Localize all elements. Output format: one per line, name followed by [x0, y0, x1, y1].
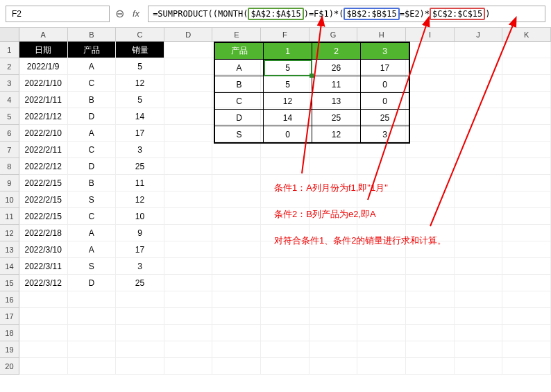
row-header[interactable]: 19: [0, 341, 19, 358]
row-header[interactable]: 4: [0, 92, 19, 108]
row-header[interactable]: 11: [0, 208, 19, 225]
cell[interactable]: [406, 42, 455, 58]
summary-cell[interactable]: 14: [264, 110, 312, 126]
row-header[interactable]: 7: [0, 142, 19, 158]
cell[interactable]: C: [68, 208, 117, 225]
cell[interactable]: [406, 191, 455, 208]
cell[interactable]: [502, 341, 551, 358]
cell[interactable]: [455, 275, 503, 291]
cell[interactable]: [502, 208, 551, 225]
cell[interactable]: [164, 92, 213, 108]
row-header[interactable]: 18: [0, 325, 19, 341]
cell[interactable]: [406, 358, 455, 375]
cell[interactable]: [68, 308, 117, 325]
cell[interactable]: [164, 58, 213, 75]
summary-cell[interactable]: 0: [264, 126, 312, 143]
col-header[interactable]: F: [261, 28, 310, 41]
col-header[interactable]: J: [455, 28, 503, 41]
summary-row-label[interactable]: D: [215, 110, 264, 126]
cell[interactable]: 2022/1/11: [19, 92, 68, 108]
cell[interactable]: 5: [116, 92, 164, 108]
cell[interactable]: 产品: [68, 42, 117, 58]
col-header[interactable]: E: [212, 28, 261, 41]
col-header[interactable]: K: [502, 28, 551, 41]
cell[interactable]: [164, 341, 213, 358]
cell[interactable]: 2022/2/18: [19, 225, 68, 241]
cell[interactable]: [455, 308, 503, 325]
row-header[interactable]: 5: [0, 108, 19, 125]
cell[interactable]: [502, 42, 551, 58]
cell[interactable]: [455, 191, 503, 208]
cell[interactable]: [164, 225, 213, 241]
col-header[interactable]: B: [68, 28, 117, 41]
cell[interactable]: [116, 341, 164, 358]
cell[interactable]: 2022/1/10: [19, 75, 68, 92]
row-header[interactable]: 10: [0, 191, 19, 208]
cell[interactable]: [164, 241, 213, 258]
summary-cell[interactable]: 25: [361, 110, 409, 126]
cell[interactable]: [164, 75, 213, 92]
row-header[interactable]: 2: [0, 58, 19, 75]
cell[interactable]: [164, 42, 213, 58]
cell[interactable]: [502, 358, 551, 375]
cell[interactable]: 日期: [19, 42, 68, 58]
cell[interactable]: [502, 125, 551, 142]
cell[interactable]: D: [68, 275, 117, 291]
cell[interactable]: [261, 275, 310, 291]
summary-cell[interactable]: 5: [264, 76, 312, 93]
cell[interactable]: [164, 191, 213, 208]
cell[interactable]: [502, 158, 551, 175]
cell[interactable]: [68, 358, 117, 375]
cell[interactable]: [502, 325, 551, 341]
row-header[interactable]: 12: [0, 225, 19, 241]
cell[interactable]: [310, 158, 358, 175]
cell[interactable]: S: [68, 191, 117, 208]
summary-row-label[interactable]: S: [215, 126, 264, 143]
cell[interactable]: [357, 341, 406, 358]
cell[interactable]: [455, 291, 503, 308]
cell[interactable]: [212, 142, 261, 158]
cell[interactable]: 2022/2/15: [19, 175, 68, 191]
row-header[interactable]: 8: [0, 158, 19, 175]
cell[interactable]: [502, 241, 551, 258]
cell[interactable]: [310, 142, 358, 158]
summary-col-header[interactable]: 3: [361, 43, 409, 60]
cell[interactable]: [406, 58, 455, 75]
row-header[interactable]: 1: [0, 42, 19, 58]
cell[interactable]: [455, 358, 503, 375]
cell[interactable]: [68, 341, 117, 358]
cell[interactable]: [455, 258, 503, 275]
cell[interactable]: B: [68, 175, 117, 191]
summary-cell[interactable]: 25: [312, 110, 361, 126]
row-header[interactable]: 15: [0, 275, 19, 291]
cell[interactable]: [502, 275, 551, 291]
cell[interactable]: [502, 58, 551, 75]
summary-col-header[interactable]: 1: [264, 43, 312, 60]
cell[interactable]: [261, 308, 310, 325]
cell[interactable]: [406, 275, 455, 291]
cell[interactable]: [455, 92, 503, 108]
cell[interactable]: [406, 325, 455, 341]
cell[interactable]: [406, 291, 455, 308]
cell[interactable]: 5: [116, 58, 164, 75]
cell[interactable]: [357, 158, 406, 175]
cell[interactable]: [310, 341, 358, 358]
cell[interactable]: 2022/2/12: [19, 158, 68, 175]
cell[interactable]: [310, 325, 358, 341]
row-header[interactable]: 17: [0, 308, 19, 325]
summary-cell[interactable]: 17: [361, 60, 409, 76]
row-header[interactable]: 6: [0, 125, 19, 142]
formula-bar[interactable]: =SUMPRODUCT((MONTH( $A$2:$A$15 )=F$1)*( …: [148, 6, 545, 22]
cell[interactable]: [455, 142, 503, 158]
summary-col-header[interactable]: 2: [312, 43, 361, 60]
zoom-out-icon[interactable]: ⊖: [115, 7, 124, 20]
cell[interactable]: [455, 225, 503, 241]
summary-cell[interactable]: 26: [312, 60, 361, 76]
cell[interactable]: A: [68, 125, 117, 142]
row-header[interactable]: 13: [0, 241, 19, 258]
cell[interactable]: [164, 125, 213, 142]
cell[interactable]: [502, 92, 551, 108]
cell[interactable]: [261, 341, 310, 358]
cell[interactable]: A: [68, 225, 117, 241]
cell[interactable]: [357, 275, 406, 291]
